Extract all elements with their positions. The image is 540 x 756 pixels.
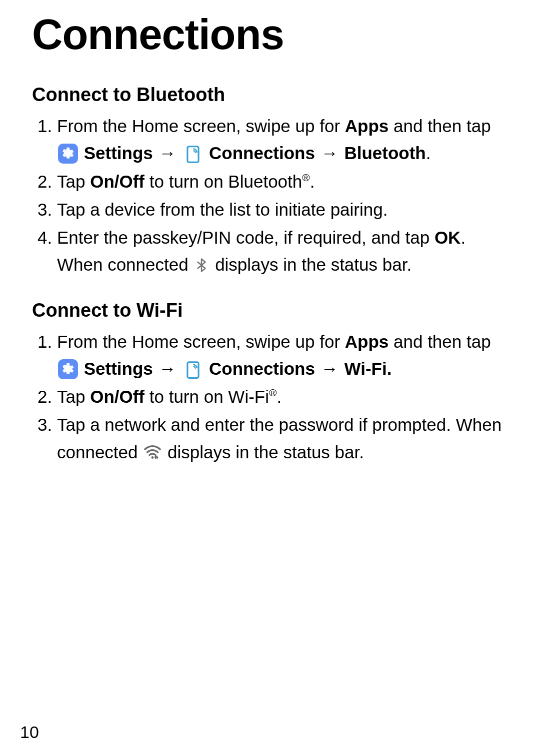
connections-label: Connections: [209, 143, 315, 163]
list-item: Tap a device from the list to initiate p…: [57, 196, 512, 223]
list-item: From the Home screen, swipe up for Apps …: [57, 328, 512, 383]
page-number: 10: [20, 722, 39, 742]
onoff-label: On/Off: [90, 172, 144, 191]
text: displays in the status bar.: [210, 255, 412, 274]
wifi-steps: From the Home screen, swipe up for Apps …: [32, 328, 512, 466]
manual-page: Connections Connect to Bluetooth From th…: [0, 0, 540, 756]
svg-point-2: [152, 456, 154, 459]
text: and then tap: [388, 332, 490, 351]
text: Enter the passkey/PIN code, if required,…: [57, 228, 434, 247]
bluetooth-heading: Connect to Bluetooth: [32, 84, 512, 106]
apps-label: Apps: [345, 116, 389, 136]
onoff-label: On/Off: [90, 387, 144, 406]
wifi-icon: [144, 445, 162, 460]
list-item: Tap On/Off to turn on Wi-Fi®.: [57, 383, 512, 410]
list-item: From the Home screen, swipe up for Apps …: [57, 113, 512, 167]
page-title: Connections: [32, 10, 512, 59]
arrow-icon: →: [321, 143, 338, 163]
text: displays in the status bar.: [162, 442, 364, 462]
registered-mark: ®: [269, 387, 276, 398]
connections-label: Connections: [209, 359, 315, 378]
text: From the Home screen, swipe up for: [57, 116, 345, 136]
text: Tap a device from the list to initiate p…: [57, 200, 388, 219]
connections-icon: [183, 359, 203, 379]
arrow-icon: →: [321, 359, 338, 378]
settings-label: Settings: [84, 143, 153, 163]
arrow-icon: →: [159, 359, 176, 378]
svg-rect-0: [188, 147, 198, 163]
text: Tap: [57, 387, 90, 406]
gear-icon: [58, 359, 78, 379]
connections-icon: [183, 144, 203, 164]
text: Tap: [57, 172, 90, 191]
text: From the Home screen, swipe up for: [57, 332, 345, 351]
text: to turn on Wi-Fi: [144, 387, 269, 406]
wifi-heading: Connect to Wi-Fi: [32, 300, 512, 321]
bluetooth-icon: [194, 257, 209, 274]
list-item: Enter the passkey/PIN code, if required,…: [57, 224, 512, 279]
text: .: [426, 143, 431, 163]
list-item: Tap a network and enter the password if …: [57, 411, 512, 466]
list-item: Tap On/Off to turn on Bluetooth®.: [57, 168, 512, 195]
text: to turn on Bluetooth: [144, 172, 302, 191]
registered-mark: ®: [302, 172, 310, 183]
text: .: [310, 172, 315, 191]
bluetooth-label: Bluetooth: [344, 143, 426, 163]
text: .: [276, 387, 282, 406]
arrow-icon: →: [159, 143, 176, 163]
svg-rect-1: [188, 362, 198, 378]
text: and then tap: [388, 116, 490, 136]
gear-icon: [58, 144, 78, 164]
apps-label: Apps: [345, 332, 389, 351]
ok-label: OK: [434, 228, 461, 247]
wifi-label: Wi-Fi.: [344, 359, 392, 378]
bluetooth-steps: From the Home screen, swipe up for Apps …: [32, 113, 512, 279]
settings-label: Settings: [84, 359, 153, 378]
